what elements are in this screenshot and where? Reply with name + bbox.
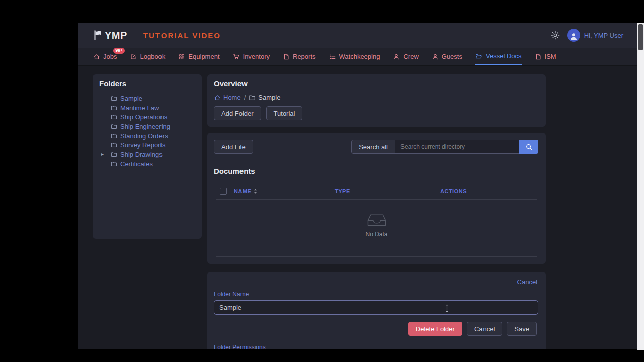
documents-table-header: NAME TYPE ACTIONS xyxy=(216,186,537,200)
chevron-right-icon[interactable]: ▸ xyxy=(101,151,104,157)
nav-item-watchkeeping[interactable]: Watchkeeping xyxy=(329,48,380,65)
select-all-checkbox[interactable] xyxy=(220,188,227,195)
breadcrumb-home-label: Home xyxy=(223,94,241,101)
app-window: YMP TUTORIAL VIDEO Hi, YMP User Jobs 99+… xyxy=(78,23,637,349)
folder-item-standing-orders[interactable]: Standing Orders xyxy=(93,131,202,141)
home-icon xyxy=(214,94,221,101)
folder-item-certificates[interactable]: Certificates xyxy=(93,159,202,169)
add-folder-button[interactable]: Add Folder xyxy=(214,106,261,120)
search-all-button[interactable]: Search all xyxy=(351,140,395,154)
folder-icon xyxy=(111,142,117,148)
gear-icon[interactable] xyxy=(551,31,560,40)
overview-title: Overview xyxy=(214,79,248,88)
folder-icon xyxy=(111,151,117,158)
column-header-type: TYPE xyxy=(335,188,350,194)
avatar[interactable] xyxy=(567,29,580,42)
nav-label: Vessel Docs xyxy=(486,52,522,60)
folder-label: Ship Engineering xyxy=(120,123,170,130)
folder-name-input[interactable] xyxy=(214,300,538,315)
breadcrumb-current: Sample xyxy=(249,94,280,101)
folder-label: Sample xyxy=(120,95,142,102)
folder-permissions-label[interactable]: Folder Permissions xyxy=(214,344,266,349)
save-button[interactable]: Save xyxy=(507,322,537,336)
nav-item-guests[interactable]: Guests xyxy=(432,48,462,65)
nav-item-ism[interactable]: ISM xyxy=(535,48,556,65)
table-bottom-divider xyxy=(216,256,537,257)
search-input[interactable] xyxy=(395,140,519,154)
report-icon xyxy=(283,53,290,60)
search-button[interactable] xyxy=(519,140,538,154)
page-title: TUTORIAL VIDEO xyxy=(143,31,221,40)
folder-list: Sample Maritime Law Ship Operations Ship… xyxy=(93,94,202,169)
person-icon xyxy=(393,53,400,60)
overview-actions: Add Folder Tutorial xyxy=(214,106,302,120)
cancel-link[interactable]: Cancel xyxy=(517,278,537,286)
text-caret xyxy=(243,304,243,311)
breadcrumb-current-label: Sample xyxy=(258,94,280,101)
breadcrumb-home[interactable]: Home xyxy=(214,94,241,101)
folder-item-ship-drawings[interactable]: ▸ Ship Drawings xyxy=(93,150,202,159)
nav-label: Jobs xyxy=(103,53,117,60)
avatar-person-icon xyxy=(569,32,578,41)
logo-text: YMP xyxy=(105,30,127,41)
home-icon xyxy=(93,53,100,60)
nav-label: Inventory xyxy=(243,53,270,60)
list-icon xyxy=(329,53,336,60)
logo-flag-icon xyxy=(93,30,102,41)
folders-panel: Folders Sample Maritime Law Ship Operati… xyxy=(93,74,202,239)
tutorial-button[interactable]: Tutorial xyxy=(266,106,303,120)
ibeam-cursor xyxy=(445,304,449,312)
nav-item-reports[interactable]: Reports xyxy=(283,48,316,65)
folder-item-ship-engineering[interactable]: Ship Engineering xyxy=(93,122,202,131)
main-nav: Jobs 99+ Logbook Equipment Inventory Rep… xyxy=(78,48,637,66)
search-group: Search all xyxy=(351,140,538,154)
documents-panel: Add File Search all Documents NAME TYPE … xyxy=(207,133,546,264)
edit-actions: Delete Folder Cancel Save xyxy=(408,322,537,336)
documents-controls: Add File Search all xyxy=(214,140,538,154)
nav-label: Crew xyxy=(403,53,418,60)
folder-icon xyxy=(111,133,117,139)
scrollbar[interactable] xyxy=(637,23,644,350)
nav-item-logbook[interactable]: Logbook xyxy=(130,48,165,65)
nav-item-crew[interactable]: Crew xyxy=(393,48,418,65)
folder-item-ship-operations[interactable]: Ship Operations xyxy=(93,112,202,122)
folder-item-maritime-law[interactable]: Maritime Law xyxy=(93,103,202,113)
delete-folder-button[interactable]: Delete Folder xyxy=(408,322,462,336)
cancel-button[interactable]: Cancel xyxy=(467,322,502,336)
breadcrumb: Home / Sample xyxy=(214,94,280,101)
folder-label: Certificates xyxy=(120,160,153,168)
search-icon xyxy=(525,143,533,151)
nav-label: Equipment xyxy=(188,53,219,60)
column-name-label: NAME xyxy=(234,188,251,194)
folder-open-icon xyxy=(475,53,482,60)
nav-item-inventory[interactable]: Inventory xyxy=(233,48,270,65)
user-greeting[interactable]: Hi, YMP User xyxy=(584,32,623,39)
folder-icon xyxy=(111,114,117,120)
scrollbar-thumb[interactable] xyxy=(638,24,643,50)
logo[interactable]: YMP xyxy=(93,30,127,41)
folder-icon xyxy=(111,105,117,111)
jobs-count-badge: 99+ xyxy=(113,48,125,54)
folder-name-label: Folder Name xyxy=(214,291,249,298)
app-header: YMP TUTORIAL VIDEO Hi, YMP User xyxy=(78,23,637,48)
person-icon xyxy=(432,53,439,60)
folder-icon xyxy=(249,94,256,101)
nav-item-jobs[interactable]: Jobs 99+ xyxy=(93,48,117,65)
folder-icon xyxy=(111,95,117,102)
folder-item-sample[interactable]: Sample xyxy=(93,94,202,103)
nav-label: ISM xyxy=(545,53,556,60)
folder-item-survey-reports[interactable]: Survey Reports xyxy=(93,140,202,150)
nav-item-equipment[interactable]: Equipment xyxy=(178,48,219,65)
folder-icon xyxy=(111,123,117,130)
folder-label: Survey Reports xyxy=(120,141,166,149)
sort-icon[interactable] xyxy=(254,188,257,194)
overview-panel: Overview Home / Sample Add Folder Tutori… xyxy=(207,74,546,127)
folder-label: Ship Drawings xyxy=(120,151,163,158)
folders-panel-title: Folders xyxy=(99,79,126,88)
folder-label: Standing Orders xyxy=(120,132,168,140)
cart-icon xyxy=(233,53,240,60)
add-file-button[interactable]: Add File xyxy=(214,140,253,154)
nav-item-vessel-docs[interactable]: Vessel Docs xyxy=(475,48,522,65)
column-header-actions: ACTIONS xyxy=(440,188,467,194)
column-header-name[interactable]: NAME xyxy=(234,188,257,194)
